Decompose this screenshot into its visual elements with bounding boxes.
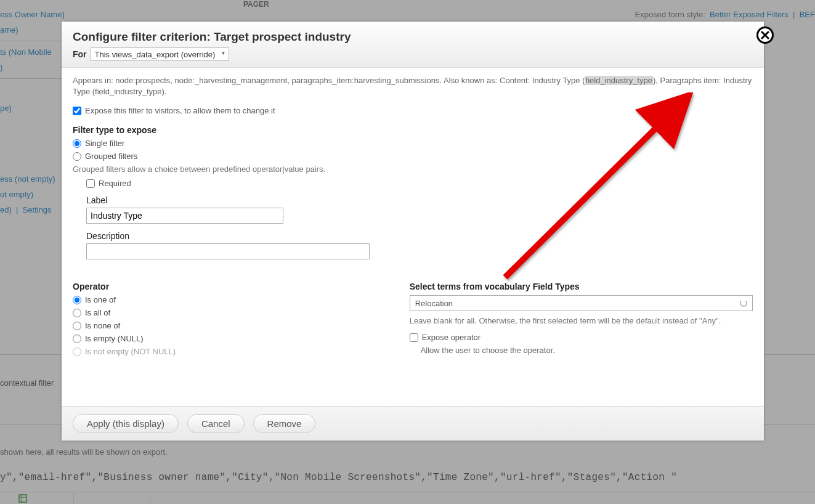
vocab-title: Select terms from vocabulary Field Types bbox=[410, 282, 753, 291]
grouped-filter-desc: Grouped filters allow a choice between p… bbox=[73, 165, 753, 174]
field-machine-name: field_industry_type bbox=[585, 76, 653, 85]
required-checkbox[interactable] bbox=[86, 179, 95, 188]
op-isnoneof-radio[interactable] bbox=[73, 322, 81, 330]
modal-body: Appears in: node:prospects, node:_harves… bbox=[62, 68, 764, 406]
op-isempty-label: Is empty (NULL) bbox=[85, 334, 144, 343]
single-filter-radio[interactable] bbox=[73, 139, 81, 148]
grouped-filter-radio[interactable] bbox=[73, 152, 81, 161]
expose-filter-checkbox[interactable] bbox=[73, 107, 81, 115]
filter-type-title: Filter type to expose bbox=[73, 125, 753, 135]
close-button[interactable] bbox=[756, 26, 774, 44]
op-isnotempty-label: Is not empty (NOT NULL) bbox=[85, 347, 176, 356]
expose-operator-checkbox[interactable] bbox=[410, 333, 418, 342]
op-isempty-radio[interactable] bbox=[73, 335, 81, 343]
label-input[interactable] bbox=[86, 208, 283, 224]
vocab-hint: Leave blank for all. Otherwise, the firs… bbox=[410, 316, 753, 325]
expose-operator-hint: Allow the user to choose the operator. bbox=[421, 346, 753, 355]
operator-column: Operator Is one of Is all of Is none of … bbox=[73, 272, 385, 360]
single-filter-label: Single filter bbox=[85, 139, 124, 148]
operator-title: Operator bbox=[73, 282, 385, 291]
apply-button[interactable]: Apply (this display) bbox=[73, 414, 179, 433]
op-isnotempty-radio[interactable] bbox=[73, 348, 81, 356]
filter-config-modal: Configure filter criterion: Target prosp… bbox=[62, 22, 764, 441]
op-isnoneof-label: Is none of bbox=[85, 321, 120, 330]
modal-header: Configure filter criterion: Target prosp… bbox=[62, 22, 764, 68]
expose-operator-label: Expose operator bbox=[422, 333, 480, 342]
required-label: Required bbox=[99, 179, 131, 188]
for-select[interactable]: This views_data_export (override) bbox=[91, 47, 230, 61]
description-input[interactable] bbox=[86, 243, 370, 259]
modal-footer: Apply (this display) Cancel Remove bbox=[62, 406, 764, 441]
cancel-button[interactable]: Cancel bbox=[187, 414, 245, 433]
vocab-select-value: Relocation bbox=[415, 299, 453, 308]
description-field-label: Description bbox=[86, 231, 753, 241]
appears-in-text: Appears in: node:prospects, node:_harves… bbox=[73, 75, 753, 97]
vocab-column: Select terms from vocabulary Field Types… bbox=[410, 272, 753, 360]
modal-scroll[interactable]: Appears in: node:prospects, node:_harves… bbox=[73, 75, 759, 406]
op-isallof-radio[interactable] bbox=[73, 309, 81, 317]
op-isallof-label: Is all of bbox=[85, 308, 110, 317]
for-label: For bbox=[73, 49, 87, 59]
for-select-value: This views_data_export (override) bbox=[95, 50, 216, 59]
loading-icon bbox=[740, 299, 747, 307]
op-isoneof-radio[interactable] bbox=[73, 296, 81, 304]
close-icon bbox=[761, 31, 769, 39]
label-field-label: Label bbox=[86, 195, 753, 205]
vocab-select[interactable]: Relocation bbox=[410, 295, 753, 311]
modal-title: Configure filter criterion: Target prosp… bbox=[73, 30, 753, 44]
grouped-filter-label: Grouped filters bbox=[85, 152, 137, 161]
expose-filter-label: Expose this filter to visitors, to allow… bbox=[85, 106, 275, 115]
op-isoneof-label: Is one of bbox=[85, 295, 116, 304]
remove-button[interactable]: Remove bbox=[253, 414, 316, 433]
